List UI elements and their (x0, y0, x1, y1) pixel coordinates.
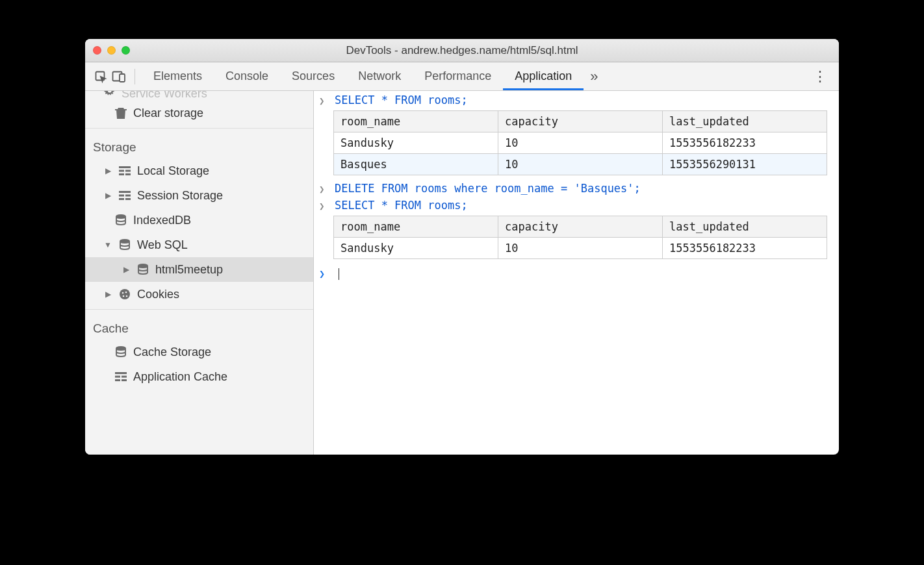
prompt-arrow-icon: ❯ (319, 268, 331, 280)
table-header: capacity (498, 111, 663, 132)
sql-text: SELECT * FROM rooms; (335, 94, 468, 107)
svg-rect-25 (115, 379, 120, 381)
sidebar-item-html5meetup[interactable]: ▶ html5meetup (85, 257, 313, 282)
table-row[interactable]: Basques101553556290131 (334, 154, 827, 175)
table-header: capacity (498, 216, 663, 238)
tab-sources[interactable]: Sources (280, 62, 346, 90)
svg-rect-4 (119, 170, 124, 172)
storage-grid-icon (118, 164, 132, 178)
table-header: last_updated (663, 216, 827, 238)
sidebar-item-label: Web SQL (137, 238, 188, 252)
sidebar-item-cache-storage[interactable]: Cache Storage (85, 340, 313, 364)
svg-rect-24 (122, 376, 127, 378)
trash-icon (114, 106, 128, 120)
cookie-icon (118, 287, 132, 301)
sidebar-item-application-cache[interactable]: Application Cache (85, 364, 313, 389)
svg-rect-3 (119, 166, 131, 168)
divider (85, 309, 313, 310)
svg-point-18 (125, 292, 127, 294)
database-icon (114, 213, 128, 227)
tab-network[interactable]: Network (346, 62, 413, 90)
text-cursor (339, 268, 339, 280)
table-row[interactable]: Sandusky101553556182233 (334, 132, 827, 154)
minimize-icon[interactable] (107, 46, 116, 55)
sidebar-item-label: Cookies (137, 288, 179, 301)
chevron-down-icon: ▼ (103, 240, 112, 249)
svg-rect-8 (119, 191, 131, 193)
overflow-icon[interactable]: » (590, 68, 598, 85)
database-icon (114, 345, 128, 359)
svg-point-20 (123, 295, 125, 297)
sql-console: ❯SELECT * FROM rooms;room_namecapacityla… (314, 91, 839, 455)
sidebar-item-local-storage[interactable]: ▶ Local Storage (85, 158, 313, 183)
table-cell: 1553556290131 (663, 154, 827, 175)
close-icon[interactable] (93, 46, 101, 55)
sidebar-item-service-workers[interactable]: Service Workers (85, 91, 313, 101)
section-cache: Cache (85, 312, 313, 340)
sql-prompt[interactable]: ❯ (314, 263, 839, 285)
traffic-lights (93, 46, 130, 55)
svg-rect-10 (125, 195, 131, 197)
body: Service Workers Clear storage Storage ▶ … (85, 91, 839, 455)
divider (135, 69, 135, 84)
arrow-icon: ❯ (319, 182, 331, 195)
svg-point-19 (126, 295, 128, 297)
table-cell: 1553556182233 (663, 238, 827, 259)
sidebar-item-label: Local Storage (137, 164, 209, 178)
chevron-right-icon: ▶ (122, 265, 131, 274)
svg-point-14 (120, 240, 129, 243)
kebab-menu-icon[interactable]: ⋮ (808, 68, 832, 85)
table-cell: 10 (498, 132, 663, 154)
sql-statement: ❯DELETE FROM rooms where room_name = 'Ba… (314, 179, 839, 196)
storage-grid-icon (114, 370, 128, 384)
sidebar: Service Workers Clear storage Storage ▶ … (85, 91, 314, 455)
chevron-right-icon: ▶ (103, 290, 112, 299)
sidebar-item-label: Session Storage (137, 189, 223, 203)
sidebar-item-web-sql[interactable]: ▼ Web SQL (85, 232, 313, 257)
svg-point-15 (138, 264, 148, 268)
table-cell: 10 (498, 154, 663, 175)
titlebar: DevTools - andrew.hedges.name/html5/sql.… (85, 39, 839, 62)
svg-rect-11 (119, 198, 124, 200)
sql-statement: ❯SELECT * FROM rooms; (314, 91, 839, 108)
arrow-icon: ❯ (319, 94, 331, 107)
table-cell: 1553556182233 (663, 132, 827, 154)
arrow-icon: ❯ (319, 199, 331, 212)
table-cell: 10 (498, 238, 663, 259)
inspect-icon[interactable] (92, 68, 110, 86)
table-cell: Sandusky (334, 132, 498, 154)
sidebar-item-cookies[interactable]: ▶ Cookies (85, 282, 313, 307)
table-cell: Basques (334, 154, 498, 175)
sidebar-item-indexeddb[interactable]: IndexedDB (85, 208, 313, 232)
sidebar-item-label: html5meetup (155, 263, 223, 277)
svg-rect-5 (125, 170, 131, 172)
svg-rect-12 (125, 198, 131, 200)
tab-console[interactable]: Console (214, 62, 280, 90)
sidebar-item-label: Cache Storage (133, 345, 211, 359)
svg-rect-7 (125, 173, 131, 175)
sql-text: SELECT * FROM rooms; (335, 199, 468, 212)
database-icon (136, 262, 150, 277)
sidebar-item-label: Application Cache (133, 370, 227, 384)
sidebar-item-label: Clear storage (133, 107, 203, 120)
section-storage: Storage (85, 131, 313, 158)
svg-rect-23 (115, 376, 120, 378)
sidebar-item-session-storage[interactable]: ▶ Session Storage (85, 183, 313, 208)
divider (85, 128, 313, 129)
maximize-icon[interactable] (122, 46, 130, 55)
tab-bar: Elements Console Sources Network Perform… (85, 62, 839, 91)
table-cell: Sandusky (334, 238, 498, 259)
table-row[interactable]: Sandusky101553556182233 (334, 238, 827, 259)
tab-application[interactable]: Application (503, 62, 584, 90)
device-toggle-icon[interactable] (110, 68, 128, 86)
sidebar-item-label: IndexedDB (133, 214, 191, 227)
result-table: room_namecapacitylast_updatedSandusky101… (333, 216, 827, 259)
tab-elements[interactable]: Elements (142, 62, 214, 90)
sidebar-item-clear-storage[interactable]: Clear storage (85, 101, 313, 125)
table-header: room_name (334, 111, 498, 132)
chevron-right-icon: ▶ (103, 191, 112, 200)
svg-rect-22 (115, 372, 127, 374)
chevron-right-icon: ▶ (103, 166, 112, 175)
tab-performance[interactable]: Performance (413, 62, 503, 90)
sidebar-item-label: Service Workers (122, 91, 207, 101)
